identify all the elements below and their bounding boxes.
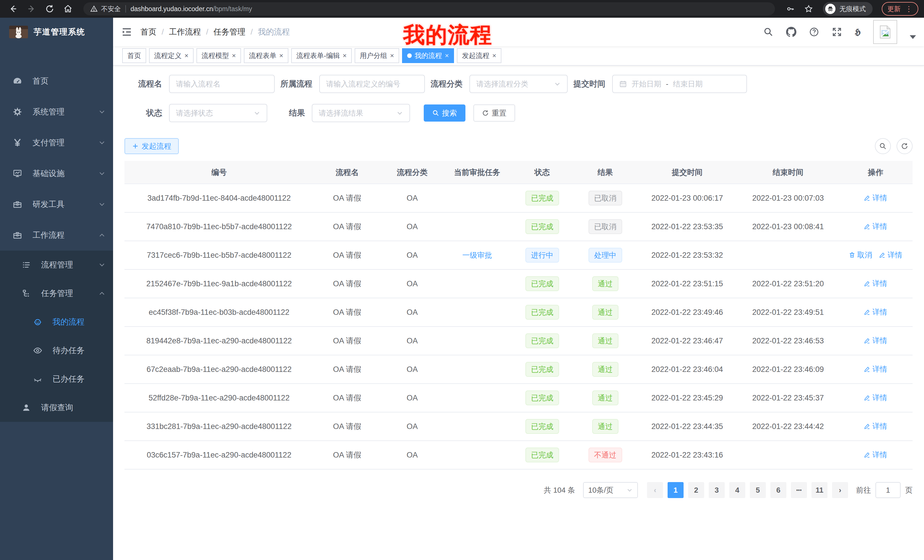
table-search-toggle-icon[interactable] — [875, 138, 891, 154]
sidebar-item-system-management[interactable]: 系统管理 — [0, 96, 113, 127]
workflow-submenu: 流程管理任务管理我的流程待办任务已办任务请假查询 — [0, 251, 113, 422]
sidebar-item-process-management[interactable]: 流程管理 — [0, 251, 113, 279]
process-id-input[interactable] — [319, 75, 425, 93]
tab-home[interactable]: 首页 — [122, 48, 146, 63]
table-refresh-icon[interactable] — [897, 138, 913, 154]
close-tab-icon[interactable]: × — [390, 52, 394, 59]
more-pages-button[interactable]: ••• — [791, 482, 807, 498]
goto-page-input[interactable] — [876, 482, 901, 498]
page-button-3[interactable]: 3 — [709, 482, 725, 498]
table-row: 67c2eaab-7b9a-11ec-a290-acde48001122OA 请… — [124, 355, 913, 383]
tab-process-form-edit[interactable]: 流程表单-编辑× — [291, 48, 352, 63]
detail-action-link[interactable]: 详情 — [864, 193, 887, 203]
search-button[interactable]: 搜索 — [424, 105, 465, 121]
detail-action-link[interactable]: 详情 — [864, 222, 887, 232]
detail-action-link[interactable]: 详情 — [864, 307, 887, 317]
browser-menu-icon[interactable]: ⋮ — [905, 5, 913, 13]
github-icon[interactable] — [786, 27, 796, 37]
filter-label: 状态 — [124, 108, 162, 118]
tab-start-process[interactable]: 发起流程× — [457, 48, 501, 63]
detail-action-link[interactable]: 详情 — [864, 393, 887, 403]
breadcrumb-item[interactable]: 首页 — [141, 27, 156, 37]
breadcrumb-item[interactable]: 任务管理 — [214, 27, 246, 37]
close-tab-icon[interactable]: × — [445, 52, 449, 59]
detail-action-link[interactable]: 详情 — [879, 250, 902, 260]
update-button[interactable]: 更新 ⋮ — [882, 2, 918, 16]
collapse-menu-icon[interactable] — [113, 18, 141, 46]
tab-my-process[interactable]: 我的流程× — [402, 48, 454, 63]
category-select[interactable]: 请选择流程分类 — [470, 75, 568, 93]
reset-button[interactable]: 重置 — [473, 105, 515, 121]
page-button-11[interactable]: 11 — [812, 482, 828, 498]
avatar[interactable] — [873, 20, 897, 44]
current-task-link[interactable]: 一级审批 — [462, 250, 492, 260]
detail-action-link[interactable]: 详情 — [864, 450, 887, 460]
cell-process-name: OA 请假 — [314, 441, 381, 469]
sidebar-item-my-process[interactable]: 我的流程 — [0, 308, 113, 336]
address-bar[interactable]: 不安全 dashboard.yudao.iocoder.cn/bpm/task/… — [83, 2, 775, 15]
sidebar-item-dev-tools[interactable]: 研发工具 — [0, 189, 113, 220]
chevron-down-icon — [396, 109, 403, 117]
page-button-6[interactable]: 6 — [770, 482, 786, 498]
detail-action-link[interactable]: 详情 — [864, 335, 887, 346]
update-label: 更新 — [888, 4, 901, 13]
page: 不安全 dashboard.yudao.iocoder.cn/bpm/task/… — [0, 0, 924, 560]
home-icon[interactable] — [60, 1, 75, 16]
start-process-button[interactable]: 发起流程 — [124, 138, 179, 154]
sidebar-item-workflow[interactable]: 工作流程 — [0, 220, 113, 251]
breadcrumb-item[interactable]: 工作流程 — [169, 27, 201, 37]
tab-process-form[interactable]: 流程表单× — [244, 48, 288, 63]
sidebar-item-leave-query[interactable]: 请假查询 — [0, 393, 113, 422]
page-button-2[interactable]: 2 — [688, 482, 704, 498]
sidebar-item-task-management[interactable]: 任务管理 — [0, 279, 113, 308]
page-button-4[interactable]: 4 — [729, 482, 745, 498]
cell-result: 已取消 — [574, 184, 637, 213]
detail-action-link[interactable]: 详情 — [864, 421, 887, 431]
next-page-button[interactable]: › — [832, 482, 848, 498]
url-text[interactable]: dashboard.yudao.iocoder.cn/bpm/task/my — [130, 5, 252, 13]
dashboard-icon — [13, 76, 22, 86]
detail-action-link[interactable]: 详情 — [864, 364, 887, 374]
tab-user-group[interactable]: 用户分组× — [355, 48, 399, 63]
bookmark-star-icon[interactable] — [801, 1, 816, 16]
logo-row[interactable]: 芋道管理系统 — [0, 18, 113, 46]
sidebar-item-done-tasks[interactable]: 已办任务 — [0, 365, 113, 393]
security-warning[interactable]: 不安全 — [90, 4, 121, 13]
page-button-5[interactable]: 5 — [750, 482, 766, 498]
process-name-input[interactable] — [169, 75, 274, 93]
caret-down-icon[interactable] — [910, 25, 916, 39]
sidebar-item-payment-management[interactable]: 支付管理 — [0, 127, 113, 158]
close-tab-icon[interactable]: × — [232, 52, 236, 59]
close-tab-icon[interactable]: × — [492, 52, 496, 59]
close-tab-icon[interactable]: × — [279, 52, 283, 59]
sidebar: 芋道管理系统 首页系统管理支付管理基础设施研发工具工作流程 流程管理任务管理我的… — [0, 18, 113, 560]
password-key-icon[interactable] — [783, 1, 798, 16]
tab-process-model[interactable]: 流程模型× — [196, 48, 241, 63]
end-date-placeholder: 结束日期 — [673, 79, 703, 89]
reload-icon[interactable] — [42, 1, 57, 16]
prev-page-button[interactable]: ‹ — [647, 482, 663, 498]
sidebar-item-infrastructure[interactable]: 基础设施 — [0, 158, 113, 189]
result-select[interactable]: 请选择流结果 — [312, 104, 410, 122]
briefcase-icon — [13, 231, 22, 240]
cancel-action-link[interactable]: 取消 — [849, 250, 872, 260]
back-icon[interactable] — [6, 1, 21, 16]
status-select[interactable]: 请选择状态 — [169, 104, 267, 122]
page-button-1[interactable]: 1 — [668, 482, 684, 498]
close-tab-icon[interactable]: × — [343, 52, 346, 59]
sidebar-item-home[interactable]: 首页 — [0, 66, 113, 96]
close-tab-icon[interactable]: × — [184, 52, 189, 59]
breadcrumb-item: 我的流程 — [258, 27, 290, 37]
content: 流程名 所属流程 流程分类 请选择流程分类 — [113, 66, 924, 560]
fullscreen-icon[interactable] — [832, 27, 842, 37]
page-size-select[interactable]: 10条/页 — [583, 482, 638, 498]
font-size-icon[interactable]: 𝕳 — [855, 27, 861, 37]
detail-action-link[interactable]: 详情 — [864, 279, 887, 289]
help-icon[interactable] — [809, 27, 819, 37]
search-icon[interactable] — [763, 27, 774, 37]
sidebar-item-todo-tasks[interactable]: 待办任务 — [0, 336, 113, 365]
navbar-actions: 𝕳 — [763, 20, 916, 44]
date-range-picker[interactable]: 开始日期 - 结束日期 — [612, 75, 747, 93]
tab-process-definition[interactable]: 流程定义× — [149, 48, 194, 63]
forward-icon[interactable] — [24, 1, 39, 16]
